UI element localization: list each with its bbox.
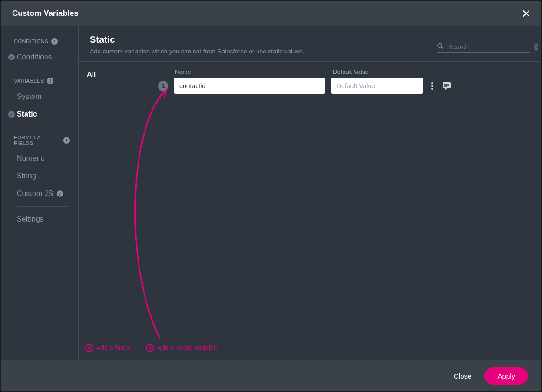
sidebar-section-variables: VARIABLES i — [1, 74, 78, 88]
sidebar-item-static[interactable]: Static — [1, 105, 78, 123]
sidebar-item-numeric[interactable]: Numeric — [1, 150, 78, 167]
sidebar-item-system[interactable]: System — [1, 88, 78, 105]
info-icon[interactable]: i — [51, 38, 58, 45]
divider — [17, 127, 69, 127]
add-folder-link[interactable]: + Add a folder — [85, 344, 132, 352]
header-default: Default Value — [333, 68, 425, 75]
add-variable-link[interactable]: + Add a Static Variable — [146, 344, 218, 352]
folder-column: All — [79, 62, 139, 360]
main-panel: Static Add custom variables which you ca… — [79, 26, 541, 360]
sidebar-item-customjs[interactable]: Custom JS i — [1, 185, 78, 203]
sidebar-item-settings[interactable]: Settings — [1, 210, 78, 228]
sidebar-section-conditions: CONDITIONS i — [1, 34, 78, 48]
comment-icon[interactable] — [442, 81, 452, 91]
search-icon — [437, 43, 443, 51]
search-field[interactable]: ✕ — [437, 43, 530, 53]
sidebar-item-label: Static — [17, 110, 37, 118]
close-button[interactable]: Close — [454, 372, 471, 380]
svg-line-1 — [441, 47, 443, 49]
sidebar-item-label: Numeric — [17, 154, 45, 163]
sidebar-section-label: VARIABLES — [14, 78, 44, 84]
variable-default-input[interactable] — [331, 78, 423, 94]
modal-title: Custom Variables — [12, 9, 79, 18]
content-area: All Name Default Value 1 — [79, 62, 541, 360]
sidebar-item-conditions[interactable]: Conditions — [1, 48, 78, 66]
sidebar-item-label: Conditions — [17, 53, 52, 61]
variable-row: 1 — [158, 78, 530, 94]
page-title: Static — [90, 34, 304, 45]
page-subtitle: Add custom variables which you can set f… — [90, 48, 304, 55]
info-icon[interactable]: i — [47, 78, 53, 84]
apply-button[interactable]: Apply — [484, 367, 528, 385]
row-number-badge: 1 — [158, 81, 168, 91]
variable-name-input[interactable] — [174, 78, 325, 94]
sidebar-item-label: Settings — [17, 215, 44, 223]
add-variable-label: Add a Static Variable — [157, 344, 218, 352]
sidebar: CONDITIONS i Conditions VARIABLES i Syst… — [1, 26, 79, 360]
sidebar-item-label: Custom JS — [17, 189, 53, 198]
sidebar-section-label: CONDITIONS — [14, 39, 48, 44]
folder-all[interactable]: All — [84, 70, 133, 78]
header-name: Name — [175, 68, 326, 75]
info-icon[interactable]: i — [57, 190, 63, 197]
plus-circle-icon: + — [85, 344, 93, 352]
divider — [17, 206, 69, 207]
sidebar-item-string[interactable]: String — [1, 167, 78, 185]
modal-footer: Close Apply — [1, 360, 541, 391]
modal-header: Custom Variables — [1, 1, 541, 26]
add-folder-label: Add a folder — [96, 344, 132, 352]
custom-variables-modal: Custom Variables CONDITIONS i Conditions… — [1, 1, 541, 391]
sidebar-section-label: FORMULA FIELDS — [14, 135, 60, 146]
sidebar-item-label: System — [17, 92, 41, 101]
variables-column: Name Default Value 1 — [139, 62, 541, 360]
close-icon[interactable] — [521, 8, 532, 19]
divider — [17, 70, 69, 70]
bottom-actions: + Add a folder + Add a Static Variable — [79, 335, 541, 360]
plus-circle-icon: + — [146, 344, 154, 352]
modal-body: CONDITIONS i Conditions VARIABLES i Syst… — [1, 26, 541, 360]
sidebar-item-label: String — [17, 172, 36, 180]
main-header: Static Add custom variables which you ca… — [79, 26, 541, 62]
info-icon[interactable]: i — [63, 137, 70, 144]
column-headers: Name Default Value — [158, 68, 530, 75]
kebab-menu-icon[interactable] — [429, 80, 436, 91]
clear-icon[interactable]: ✕ — [534, 43, 538, 51]
search-input[interactable] — [448, 43, 529, 51]
sidebar-section-formula: FORMULA FIELDS i — [1, 131, 78, 150]
